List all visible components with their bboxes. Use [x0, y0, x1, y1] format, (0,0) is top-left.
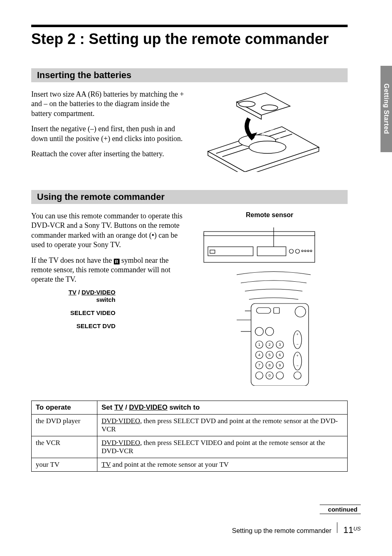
- remote-sensor-label: Remote sensor: [191, 211, 348, 219]
- svg-text:−: −: [296, 364, 298, 368]
- svg-point-6: [249, 141, 286, 153]
- footer-region: US: [353, 526, 361, 532]
- table-row: the VCR DVD·VIDEO, then press SELECT VID…: [32, 436, 348, 458]
- page-content: Step 2 : Setting up the remote commander…: [0, 0, 392, 556]
- footer-divider: [337, 522, 337, 533]
- th-sep: /: [123, 403, 129, 411]
- cell-switch-2-u: TV: [101, 461, 111, 468]
- title-rule: [31, 25, 348, 27]
- operate-table: To operate Set TV / DVD·VIDEO switch to …: [31, 401, 348, 472]
- cell-switch-1-u: DVD·VIDEO: [101, 439, 140, 447]
- section1-p2: Insert the negative (–) end first, then …: [31, 124, 187, 144]
- cell-switch-0: DVD·VIDEO, then press SELECT DVD and poi…: [97, 415, 348, 436]
- section2-p1b: If the TV does not have the R symbol nea…: [31, 256, 187, 285]
- table-header-row: To operate Set TV / DVD·VIDEO switch to: [32, 401, 348, 415]
- th-pre: Set: [101, 403, 114, 411]
- footer-title: Setting up the remote commander: [232, 527, 332, 535]
- page-title: Step 2 : Setting up the remote commander: [31, 30, 361, 48]
- cell-operate-1: the VCR: [32, 436, 97, 458]
- callout-switch-dvdvideo: DVD·VIDEO: [81, 289, 115, 296]
- svg-text:2: 2: [268, 343, 270, 347]
- battery-svg: ⊖ ⊖ ⊕: [196, 90, 327, 172]
- section1-p3: Reattach the cover after inserting the b…: [31, 149, 187, 159]
- cell-operate-0: the DVD player: [32, 415, 97, 436]
- svg-text:⊕: ⊕: [270, 126, 274, 132]
- section-heading-remote: Using the remote commander: [31, 190, 348, 204]
- svg-text:⊖: ⊖: [278, 137, 282, 142]
- svg-text:−: −: [296, 342, 298, 346]
- section1-p1: Insert two size AA (R6) batteries by mat…: [31, 90, 187, 118]
- svg-text:1: 1: [258, 343, 260, 347]
- th-post: switch to: [168, 403, 200, 411]
- callout-select-video: SELECT VIDEO: [31, 309, 115, 317]
- table-row: the DVD player DVD·VIDEO, then press SEL…: [32, 415, 348, 436]
- continued-label: continued: [320, 505, 361, 514]
- remote-svg: 123 456 789 0 +− +−: [191, 221, 327, 386]
- section1-text: Insert two size AA (R6) batteries by mat…: [31, 90, 187, 174]
- cell-operate-2: your TV: [32, 458, 97, 472]
- remote-illustration: Remote sensor: [191, 211, 348, 387]
- section-heading-batteries: Inserting the batteries: [31, 68, 348, 82]
- callout-switch-tv: TV: [69, 289, 76, 296]
- section2-body: You can use this remote commander to ope…: [31, 211, 348, 392]
- svg-text:+: +: [296, 354, 298, 358]
- section2-text: You can use this remote commander to ope…: [31, 211, 187, 285]
- svg-text:3: 3: [279, 343, 281, 347]
- page-footer: Setting up the remote commander 11US: [232, 522, 361, 535]
- svg-point-9: [239, 101, 255, 107]
- th-to-operate: To operate: [32, 401, 97, 415]
- battery-illustration: ⊖ ⊖ ⊕: [196, 90, 348, 174]
- cell-switch-2-rest: and point at the remote sensor at your T…: [111, 461, 228, 468]
- footer-page-number: 11: [343, 525, 353, 535]
- svg-text:6: 6: [279, 353, 281, 357]
- th-set-switch: Set TV / DVD·VIDEO switch to: [97, 401, 348, 415]
- cell-switch-1: DVD·VIDEO, then press SELECT VIDEO and p…: [97, 436, 348, 458]
- svg-text:7: 7: [258, 363, 260, 367]
- svg-text:4: 4: [258, 353, 260, 357]
- svg-rect-18: [257, 247, 286, 256]
- svg-text:+: +: [296, 332, 298, 336]
- cell-switch-2: TV and point at the remote sensor at you…: [97, 458, 348, 472]
- callout-switch-word: switch: [96, 296, 115, 303]
- callout-switch-sep: /: [76, 289, 82, 296]
- table-row: your TV TV and point at the remote senso…: [32, 458, 348, 472]
- cell-switch-0-u: DVD·VIDEO: [101, 417, 140, 425]
- remote-symbol-icon: R: [114, 259, 120, 264]
- section1-body: Insert two size AA (R6) batteries by mat…: [31, 90, 348, 174]
- remote-callouts: TV / DVD·VIDEO switch SELECT VIDEO SELEC…: [31, 289, 115, 336]
- svg-text:⊖: ⊖: [261, 131, 265, 137]
- section2-p1b-pre: If the TV does not have the: [31, 256, 114, 264]
- svg-point-10: [261, 105, 278, 111]
- th-dvd: DVD·VIDEO: [129, 403, 168, 411]
- svg-text:8: 8: [268, 363, 270, 367]
- section2-p1a: You can use this remote commander to ope…: [31, 211, 187, 250]
- callout-switch: TV / DVD·VIDEO switch: [31, 289, 115, 303]
- callout-select-dvd: SELECT DVD: [31, 322, 115, 330]
- svg-text:5: 5: [268, 353, 270, 357]
- svg-rect-16: [204, 232, 315, 236]
- svg-text:0: 0: [268, 373, 270, 378]
- th-tv: TV: [114, 403, 123, 411]
- svg-text:9: 9: [279, 363, 281, 367]
